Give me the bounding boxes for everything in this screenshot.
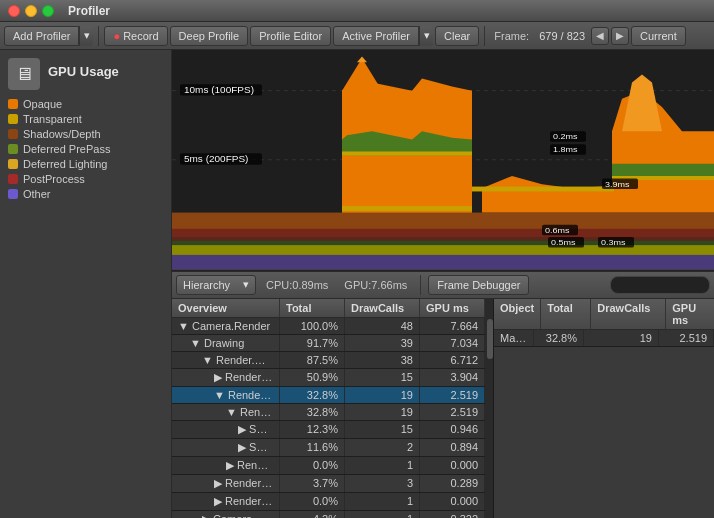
cell-gpums: 6.712 [420, 352, 485, 368]
legend-item: Opaque [8, 98, 163, 110]
clear-button[interactable]: Clear [435, 26, 479, 46]
svg-text:10ms (100FPS): 10ms (100FPS) [184, 86, 254, 95]
cell-gpums: 0.322 [420, 511, 485, 519]
table-row[interactable]: Main Ca 32.8% 19 2.519 [494, 330, 714, 347]
legend-item-label: Deferred Lighting [23, 158, 107, 170]
cell-total: 11.6% [280, 439, 345, 456]
hierarchy-dropdown[interactable]: Hierarchy ▾ [176, 275, 256, 295]
cell-drawcalls: 1 [345, 511, 420, 519]
table-row[interactable]: ▼ Drawing 91.7% 39 7.034 [172, 335, 485, 352]
cell-gpums-right: 2.519 [659, 330, 714, 346]
left-table: Overview Total DrawCalls GPU ms ▼ Camera… [172, 299, 486, 519]
active-profiler-dropdown[interactable]: ▾ [419, 26, 433, 46]
toolbar: Add Profiler ▾ ● Record Deep Profile Pro… [0, 22, 714, 50]
table-row[interactable]: ▶ RenderDeferred.GBuffer 50.9% 15 3.904 [172, 369, 485, 387]
cell-total: 50.9% [280, 369, 345, 386]
cell-drawcalls: 2 [345, 439, 420, 456]
record-button[interactable]: ● Record [104, 26, 167, 46]
col-total-right: Total [541, 299, 591, 329]
add-profiler-dropdown[interactable]: ▾ [79, 26, 93, 46]
cell-gpums: 0.946 [420, 421, 485, 438]
table-row[interactable]: ▼ RenderDeferred.Lighting 32.8% 19 2.519 [172, 387, 485, 404]
cell-gpums: 0.000 [420, 457, 485, 474]
profile-editor-button[interactable]: Profile Editor [250, 26, 331, 46]
svg-rect-17 [472, 187, 614, 192]
cell-total: 91.7% [280, 335, 345, 351]
svg-text:0.2ms: 0.2ms [553, 133, 577, 141]
cell-name: ▶ RenderTexture.SetActive [172, 493, 280, 510]
cell-total: 0.0% [280, 457, 345, 474]
cell-drawcalls: 19 [345, 404, 420, 420]
table-row[interactable]: ▶ RenderDeferred.FinalPass 3.7% 3 0.289 [172, 475, 485, 493]
scrollbar[interactable] [486, 299, 494, 519]
cell-name: ▼ Render.OpaqueGeometry [172, 352, 280, 368]
table-row[interactable]: ▶ Camera.RenderSkybox 4.2% 1 0.322 [172, 511, 485, 519]
cell-object: Main Ca [494, 330, 534, 346]
table-section: Overview Total DrawCalls GPU ms ▼ Camera… [172, 299, 714, 519]
table-row[interactable]: ▶ RenderTexture.SetActive 0.0% 1 0.000 [172, 457, 485, 475]
cell-name: ▶ Camera.RenderSkybox [172, 511, 280, 519]
minimize-button[interactable] [25, 5, 37, 17]
cell-drawcalls-right: 19 [584, 330, 659, 346]
cell-drawcalls: 1 [345, 493, 420, 510]
controls-bar: Hierarchy ▾ CPU:0.89ms GPU:7.66ms Frame … [172, 271, 714, 299]
cell-total: 12.3% [280, 421, 345, 438]
table-row[interactable]: ▼ Camera.Render 100.0% 48 7.664 [172, 318, 485, 335]
next-frame-button[interactable]: ▶ [611, 27, 629, 45]
scrollbar-thumb[interactable] [487, 319, 493, 359]
legend-item: Transparent [8, 113, 163, 125]
legend-color-swatch [8, 159, 18, 169]
svg-text:3.9ms: 3.9ms [605, 180, 629, 188]
cell-total-right: 32.8% [534, 330, 584, 346]
cell-gpums: 2.519 [420, 387, 485, 403]
active-profiler-group[interactable]: Active Profiler ▾ [333, 26, 433, 46]
svg-text:1.8ms: 1.8ms [553, 146, 577, 154]
legend-item-label: Opaque [23, 98, 62, 110]
cell-gpums: 0.894 [420, 439, 485, 456]
table-row[interactable]: ▼ RenderDeferred.Light 32.8% 19 2.519 [172, 404, 485, 421]
cell-drawcalls: 48 [345, 318, 420, 334]
right-panel: 10ms (100FPS) 5ms (200FPS) 0.2ms 1.8ms 3… [172, 50, 714, 518]
maximize-button[interactable] [42, 5, 54, 17]
left-table-header: Overview Total DrawCalls GPU ms [172, 299, 485, 318]
prev-frame-button[interactable]: ◀ [591, 27, 609, 45]
cell-name: ▶ Shadows.CollectShadows [172, 439, 280, 456]
svg-text:0.6ms: 0.6ms [545, 227, 569, 235]
cell-name: ▶ RenderTexture.SetActive [172, 457, 280, 474]
col-drawcalls: DrawCalls [345, 299, 420, 317]
table-row[interactable]: ▶ Shadows.CollectShadows 11.6% 2 0.894 [172, 439, 485, 457]
col-object: Object [494, 299, 541, 329]
svg-text:0.5ms: 0.5ms [551, 239, 575, 247]
cpu-stat: CPU:0.89ms [266, 279, 328, 291]
frame-debugger-button[interactable]: Frame Debugger [428, 275, 529, 295]
deep-profile-button[interactable]: Deep Profile [170, 26, 249, 46]
table-row[interactable]: ▼ Render.OpaqueGeometry 87.5% 38 6.712 [172, 352, 485, 369]
traffic-lights [8, 5, 54, 17]
table-row[interactable]: ▶ Shadows.RenderShadowmap 12.3% 15 0.946 [172, 421, 485, 439]
col-total: Total [280, 299, 345, 317]
legend-item: Shadows/Depth [8, 128, 163, 140]
cell-gpums: 3.904 [420, 369, 485, 386]
window-title: Profiler [68, 4, 110, 18]
right-table-body: Main Ca 32.8% 19 2.519 [494, 330, 714, 347]
table-row[interactable]: ▶ RenderTexture.SetActive 0.0% 1 0.000 [172, 493, 485, 511]
add-profiler-button[interactable]: Add Profiler [4, 26, 79, 46]
record-icon: ● [113, 30, 120, 42]
active-profiler-button[interactable]: Active Profiler [333, 26, 419, 46]
main-content: 🖥 GPU Usage OpaqueTransparentShadows/Dep… [0, 50, 714, 518]
current-button[interactable]: Current [631, 26, 686, 46]
frame-label: Frame: [494, 30, 529, 42]
search-input[interactable] [610, 276, 710, 294]
cell-drawcalls: 19 [345, 387, 420, 403]
cell-name: ▼ RenderDeferred.Lighting [172, 387, 280, 403]
cell-drawcalls: 15 [345, 421, 420, 438]
cell-name: ▶ RenderDeferred.FinalPass [172, 475, 280, 492]
cell-total: 32.8% [280, 404, 345, 420]
cell-name: ▶ Shadows.RenderShadowmap [172, 421, 280, 438]
legend-color-swatch [8, 144, 18, 154]
cell-drawcalls: 1 [345, 457, 420, 474]
gpu-icon: 🖥 [8, 58, 40, 90]
legend-item: Deferred Lighting [8, 158, 163, 170]
add-profiler-group[interactable]: Add Profiler ▾ [4, 26, 93, 46]
close-button[interactable] [8, 5, 20, 17]
